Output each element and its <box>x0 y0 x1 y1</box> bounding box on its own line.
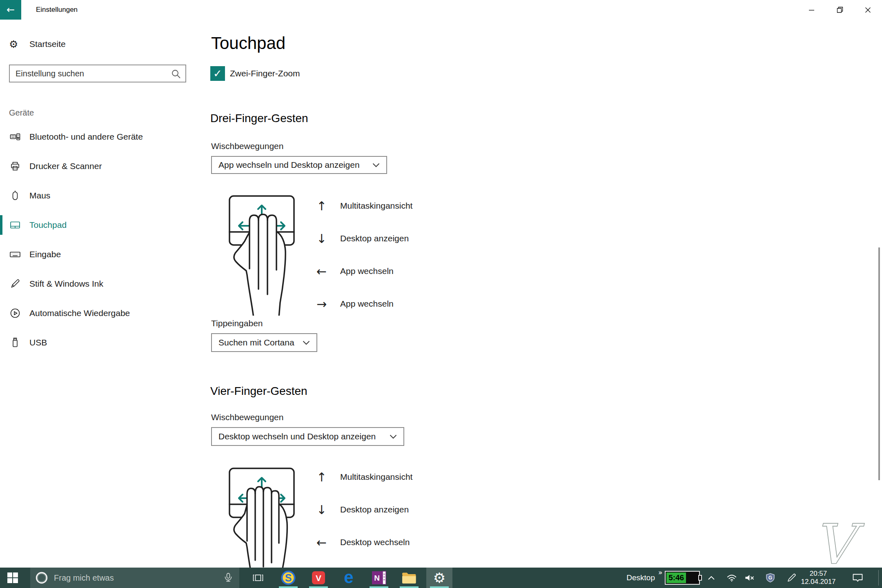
window-title: Einstellungen <box>36 0 78 20</box>
svg-text:V: V <box>814 515 865 572</box>
battery-widget[interactable]: 5:46 <box>666 572 699 584</box>
four-finger-swipes-label: Wischbewegungen <box>211 412 283 422</box>
restore-button[interactable] <box>826 0 854 20</box>
restore-icon <box>837 7 843 13</box>
taskbar-app-edge[interactable]: e <box>336 568 362 588</box>
close-button[interactable] <box>854 0 882 20</box>
two-finger-zoom-checkbox[interactable]: ✓ <box>210 66 225 81</box>
two-finger-zoom-row: ✓ Zwei-Finger-Zoom <box>210 66 300 81</box>
arrow-up-icon: ↑ <box>316 199 333 213</box>
gesture-row: ← Desktop wechseln <box>316 526 412 559</box>
three-finger-taps-select[interactable]: Suchen mit Cortana <box>211 333 317 352</box>
sidebar-item-drucker[interactable]: Drucker & Scanner <box>0 151 196 181</box>
toolbar-overflow-icon[interactable]: » <box>658 568 662 577</box>
watermark-v: V <box>811 515 868 572</box>
sidebar-item-label: Maus <box>29 191 50 200</box>
start-button[interactable] <box>0 568 25 588</box>
gesture-row: ← App wechseln <box>316 255 412 287</box>
chevron-down-icon <box>372 163 380 167</box>
scrollbar[interactable] <box>878 247 880 480</box>
three-finger-swipes-label: Wischbewegungen <box>211 141 283 151</box>
checkmark-icon: ✓ <box>213 68 222 79</box>
sidebar-item-touchpad[interactable]: Touchpad <box>0 210 196 240</box>
taskbar-app-s[interactable]: S <box>275 568 301 588</box>
gesture-label: Multitaskingansicht <box>340 472 412 482</box>
gesture-label: App wechseln <box>340 299 394 309</box>
back-button[interactable]: ← <box>0 0 21 20</box>
three-finger-gesture-illustration <box>222 193 312 316</box>
gesture-row: ↑ Multitaskingansicht <box>316 189 412 222</box>
show-hidden-icons-button[interactable] <box>706 568 717 588</box>
close-icon <box>865 7 871 13</box>
titlebar: ← Einstellungen <box>0 0 882 20</box>
taskbar-app-settings[interactable]: ⚙ <box>426 568 452 588</box>
desktop-toolbar-label[interactable]: Desktop <box>625 568 655 588</box>
running-indicator <box>309 586 328 588</box>
minimize-button[interactable] <box>797 0 826 20</box>
clock-time: 20:57 <box>810 570 827 578</box>
sidebar-item-label: Eingabe <box>29 249 61 259</box>
sidebar-item-label: Bluetooth- und andere Geräte <box>29 132 143 142</box>
action-center-button[interactable] <box>851 568 864 588</box>
battery-level: 5:46 <box>666 572 686 583</box>
bluetooth-devices-icon <box>10 131 20 142</box>
selected-option: App wechseln und Desktop anzeigen <box>218 160 360 170</box>
chevron-up-icon <box>708 575 715 580</box>
taskbar-app-explorer[interactable] <box>396 568 422 588</box>
task-view-icon <box>253 572 263 583</box>
sidebar-section-gerate: Geräte <box>9 108 34 118</box>
antivirus-tray-icon[interactable]: G <box>764 568 776 588</box>
taskbar-search-placeholder: Frag mich etwas <box>54 573 223 583</box>
arrow-down-icon: ↓ <box>316 232 333 246</box>
edge-icon: e <box>341 569 356 586</box>
wifi-tray-icon[interactable] <box>726 568 737 588</box>
three-finger-swipes-select[interactable]: App wechseln und Desktop anzeigen <box>211 156 387 174</box>
microphone-icon[interactable] <box>223 572 234 583</box>
usb-icon <box>10 337 20 348</box>
windows-ink-tray-icon[interactable] <box>786 568 798 588</box>
sidebar-item-autoplay[interactable]: Automatische Wiedergabe <box>0 298 196 328</box>
volume-tray-icon[interactable] <box>744 568 755 588</box>
gesture-row: ↓ Desktop anzeigen <box>316 493 412 526</box>
three-finger-taps-label: Tippeingaben <box>211 318 263 328</box>
settings-search-box[interactable] <box>9 65 186 82</box>
sidebar-item-eingabe[interactable]: Eingabe <box>0 240 196 269</box>
running-indicator <box>400 586 419 588</box>
notification-icon <box>852 573 863 583</box>
clock-date: 12.04.2017 <box>801 578 835 586</box>
svg-text:S: S <box>285 572 292 584</box>
sidebar-item-startseite[interactable]: ⚙ Startseite <box>0 34 196 54</box>
taskbar-app-onenote[interactable]: N <box>366 568 392 588</box>
back-arrow-icon: ← <box>7 4 15 16</box>
volume-muted-icon <box>745 573 755 582</box>
gesture-label: Multitaskingansicht <box>340 201 412 211</box>
chevron-down-icon <box>303 341 310 345</box>
gesture-label: Desktop anzeigen <box>340 505 409 514</box>
four-finger-swipes-select[interactable]: Desktop wechseln und Desktop anzeigen <box>211 427 404 446</box>
autoplay-icon <box>10 308 20 318</box>
sidebar-item-bluetooth[interactable]: Bluetooth- und andere Geräte <box>0 122 196 151</box>
task-view-button[interactable] <box>247 568 269 588</box>
gesture-label: Desktop anzeigen <box>340 234 409 243</box>
arrow-up-icon: ↑ <box>316 470 333 484</box>
sidebar-item-usb[interactable]: USB <box>0 328 196 357</box>
pen-icon <box>10 278 20 289</box>
selected-option: Desktop wechseln und Desktop anzeigen <box>218 432 376 441</box>
selected-option: Suchen mit Cortana <box>218 338 294 347</box>
settings-search-input[interactable] <box>10 65 185 82</box>
sidebar-item-stift[interactable]: Stift & Windows Ink <box>0 269 196 298</box>
cortana-search-box[interactable]: Frag mich etwas <box>30 568 239 588</box>
taskbar-clock[interactable]: 20:57 12.04.2017 <box>799 568 838 588</box>
running-indicator <box>430 586 449 588</box>
settings-gear-icon: ⚙ <box>433 571 445 585</box>
settings-window: ← Einstellungen ⚙ Startseite Geräte <box>0 0 882 588</box>
selected-indicator <box>0 215 2 235</box>
pen-icon <box>787 573 797 583</box>
show-desktop-divider[interactable] <box>878 570 879 586</box>
taskbar-app-vivaldi[interactable]: V <box>305 568 332 588</box>
three-finger-heading: Drei-Finger-Gesten <box>210 112 308 125</box>
shield-icon: G <box>766 573 775 583</box>
sidebar-item-maus[interactable]: Maus <box>0 181 196 210</box>
onenote-icon: N <box>372 571 386 585</box>
sidebar-item-label: Stift & Windows Ink <box>29 279 103 289</box>
